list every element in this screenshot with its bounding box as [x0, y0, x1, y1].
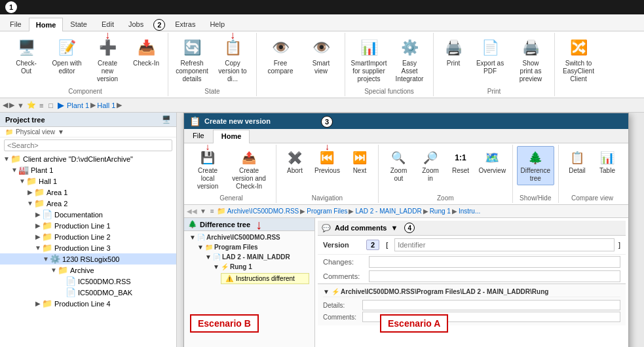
toggle-area1[interactable]: ▶ — [26, 189, 34, 196]
diff-program-icon: 📁 — [205, 244, 213, 251]
toggle-documentation[interactable]: ▶ — [34, 211, 42, 218]
diff-instructions-item[interactable]: ⚠️ Instructions different — [221, 273, 309, 284]
comments-dropdown[interactable]: ▼ — [390, 224, 398, 232]
diff-tree-button[interactable]: 🌲 Difference tree — [517, 146, 554, 185]
tab-home[interactable]: Home — [29, 18, 64, 31]
toggle-prodline4[interactable]: ▶ — [34, 300, 42, 307]
toggle-archive[interactable]: ▼ — [50, 266, 58, 274]
db-item-instru[interactable]: Instru... — [459, 208, 480, 215]
tree-item-archive[interactable]: ▼ 📁 Archive — [0, 265, 176, 276]
checkin-button[interactable]: 📥 Check-In — [128, 34, 164, 71]
toggle-prodline1[interactable]: ▶ — [34, 222, 42, 229]
step2-badge: 2 — [153, 19, 165, 31]
create-new-version-button[interactable]: ➕ Create new version ↓ — [88, 34, 127, 86]
tab-extras[interactable]: Extras — [168, 17, 202, 31]
tree-item-ic500dmo[interactable]: 📄 IC500DMO.RSS — [0, 276, 176, 287]
db-item-archive[interactable]: Archive\IC500DMO.RSS — [227, 208, 299, 215]
zoom-out-button[interactable]: 🔍 Zoom out — [383, 146, 415, 185]
tree-item-prodline2[interactable]: ▶ 📁 Production Line 2 — [0, 231, 176, 242]
diff-program-toggle[interactable]: ▼ — [197, 244, 204, 251]
refresh-button[interactable]: 🔄 Refresh component details — [172, 34, 212, 86]
diff-archive-header[interactable]: ▼ 📄 Archive\IC500DMO.RSS — [187, 232, 312, 242]
bottom-section-icon: ⚡ — [331, 288, 339, 295]
db-item-program[interactable]: Program Files — [307, 208, 347, 215]
toggle-area2[interactable]: ▼ — [26, 200, 34, 207]
tree-item-prodline1[interactable]: ▶ 📁 Production Line 1 — [0, 220, 176, 231]
toggle-rslogix[interactable]: ▼ — [42, 255, 50, 263]
open-editor-button[interactable]: 📝 Open with editor — [47, 34, 86, 79]
free-compare-button[interactable]: 👁️ Free compare — [261, 34, 300, 79]
toggle-prodline3[interactable]: ▼ — [34, 244, 42, 251]
dialog-title: Create new version — [204, 117, 271, 125]
tree-item-ic500bak[interactable]: 📄 IC500DMO_BAK — [0, 287, 176, 298]
tree-item-prodline4[interactable]: ▶ 📁 Production Line 4 — [0, 298, 176, 309]
export-pdf-button[interactable]: 📄 Export as PDF — [470, 34, 510, 79]
tab-file[interactable]: File — [3, 17, 29, 31]
dialog-tab-file[interactable]: File — [184, 129, 213, 143]
diff-rung1-header[interactable]: ▼ ⚡ Rung 1 — [210, 262, 312, 272]
general-group-label: General — [219, 194, 243, 202]
changes-input[interactable] — [369, 256, 620, 268]
tab-state[interactable]: State — [63, 17, 94, 31]
ic500bak-label: IC500DMO_BAK — [78, 289, 132, 297]
create-local-version-button[interactable]: 💾 Create local version ↓ — [191, 146, 225, 193]
comments-panel: 💬 Add comments ▼ 4 Version 2 [ ] — [315, 218, 628, 347]
toggle-prodline2[interactable]: ▶ — [34, 233, 42, 240]
smartimport-button[interactable]: 📊 SmartImport for supplier projects — [349, 34, 388, 86]
previous-label: Previous — [314, 167, 340, 175]
tree-item-rslogix[interactable]: ▼ ⚙️ 1230 RSLogix500 — [0, 253, 176, 265]
comments-input[interactable] — [369, 270, 620, 282]
create-checkin-button[interactable]: 📤 Create version and Check-In — [226, 146, 272, 193]
tab-help[interactable]: Help — [202, 17, 232, 31]
breadcrumb-plant1[interactable]: Plant 1 — [67, 101, 89, 109]
show-print-button[interactable]: 🖨️ Show print as preview — [511, 34, 550, 86]
dialog-tab-home[interactable]: Home — [213, 130, 250, 143]
tree-item-prodline3[interactable]: ▼ 📁 Production Line 3 — [0, 242, 176, 253]
dropdown-icon[interactable]: ▼ — [58, 128, 64, 136]
abort-button[interactable]: ✖️ Abort — [280, 146, 309, 177]
tab-edit[interactable]: Edit — [94, 17, 121, 31]
toggle-hall1[interactable]: ▼ — [18, 177, 26, 185]
zoom-in-icon: 🔎 — [421, 149, 440, 167]
next-icon: ⏭️ — [350, 149, 369, 167]
diff-rung1-toggle[interactable]: ▼ — [213, 263, 219, 270]
toggle-client[interactable]: ▼ — [3, 155, 10, 162]
content-area: 📋 Create new version File Home 💾 Create … — [177, 113, 644, 347]
details-input[interactable] — [362, 300, 620, 310]
tree-item-client[interactable]: ▼ 📁 Client archive "D:\vdClientArchive" — [0, 153, 176, 164]
next-label: Next — [353, 167, 367, 175]
switch-easy-button[interactable]: 🔀 Switch to EasyClient Client — [559, 34, 598, 86]
zoom-in-button[interactable]: 🔎 Zoom in — [416, 146, 445, 185]
detail-button[interactable]: 📋 Detail — [563, 146, 592, 177]
reset-button[interactable]: 1:1 Reset — [446, 146, 475, 177]
db-item-rung1[interactable]: Rung 1 — [430, 208, 451, 215]
breadcrumb-hall1[interactable]: Hall 1 — [97, 101, 115, 109]
copy-version-button[interactable]: 📋 Copy version to di... ↓ — [213, 34, 252, 86]
search-input[interactable] — [4, 139, 172, 151]
overview-button[interactable]: 🗺️ Overview — [476, 146, 508, 177]
tree-item-area2[interactable]: ▼ 📁 Area 2 — [0, 198, 176, 209]
easy-asset-button[interactable]: ⚙️ Easy Asset Integrator — [390, 34, 429, 86]
sidebar: Project tree 🖥️ 📁 Physical view ▼ ▼ 📁 Cl… — [0, 113, 177, 347]
tab-jobs[interactable]: Jobs — [121, 17, 151, 31]
smartimport-label: SmartImport for supplier projects — [351, 60, 387, 83]
smart-view-button[interactable]: 👁️ Smart view — [301, 34, 341, 79]
version-identifier-input[interactable] — [394, 238, 615, 251]
detail-icon: 📋 — [568, 149, 586, 167]
diff-program-header[interactable]: ▼ 📁 Program Files — [195, 242, 312, 252]
previous-button[interactable]: ⏮️ Previous ↓ — [311, 146, 344, 177]
next-button[interactable]: ⏭️ Next — [345, 146, 374, 177]
db-item-lad2[interactable]: LAD 2 - MAIN_LADDR — [355, 208, 421, 215]
table-button[interactable]: 📊 Table — [593, 146, 622, 177]
tree-item-plant1[interactable]: ▼ 🏭 Plant 1 — [0, 164, 176, 175]
tree-item-documentation[interactable]: ▶ 📄 Documentation — [0, 209, 176, 220]
diff-archive-toggle[interactable]: ▼ — [189, 234, 196, 241]
print-button[interactable]: 🖨️ Print — [438, 34, 469, 71]
diff-lad2-toggle[interactable]: ▼ — [205, 253, 212, 261]
tree-item-hall1[interactable]: ▼ 📁 Hall 1 — [0, 175, 176, 187]
toggle-plant1[interactable]: ▼ — [10, 166, 18, 174]
tree-item-area1[interactable]: ▶ 📁 Area 1 — [0, 187, 176, 198]
bottom-section-collapse[interactable]: ▼ — [323, 288, 330, 295]
checkout-button[interactable]: 🖥️ Check-Out — [7, 34, 46, 79]
diff-lad2-header[interactable]: ▼ 📄 LAD 2 - MAIN_LADDR — [202, 252, 312, 262]
